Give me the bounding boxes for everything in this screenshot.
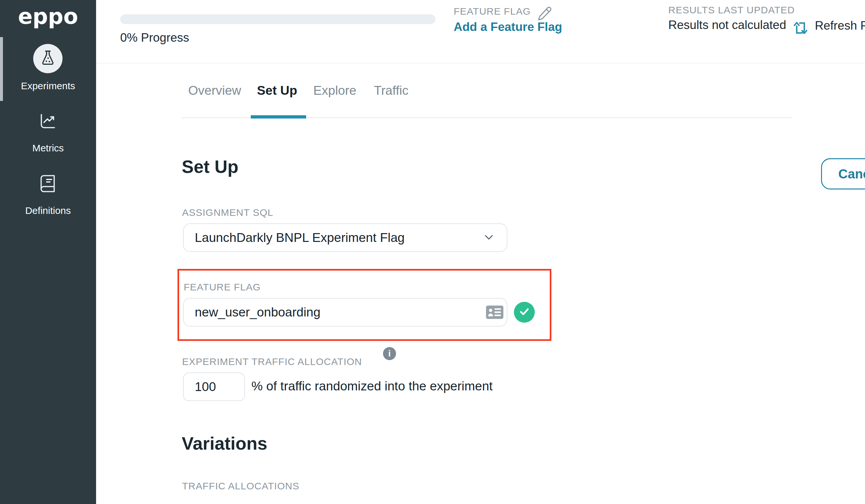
active-tab-underline (251, 115, 306, 118)
variations-section-title: Variations (182, 433, 267, 454)
refresh-cycle-icon[interactable] (792, 19, 810, 37)
results-status-text: Results not calculated (668, 18, 786, 32)
experiment-progress-bar (120, 14, 436, 24)
assignment-sql-select[interactable]: LaunchDarkly BNPL Experiment Flag (183, 223, 507, 252)
progress-label: 0% Progress (120, 31, 189, 45)
refresh-results-button[interactable]: Refresh Results (815, 19, 865, 33)
sidebar-item-metrics[interactable] (37, 112, 58, 132)
flask-icon (39, 49, 57, 68)
assignment-sql-value: LaunchDarkly BNPL Experiment Flag (195, 231, 405, 245)
results-last-updated-label: RESULTS LAST UPDATED (668, 4, 795, 16)
assignment-sql-label: ASSIGNMENT SQL (182, 207, 273, 218)
sidebar-item-experiments-label[interactable]: Experiments (0, 80, 96, 92)
feature-flag-input[interactable] (183, 298, 507, 327)
traffic-allocation-description: % of traffic randomized into the experim… (251, 379, 493, 393)
traffic-allocations-label: TRAFFIC ALLOCATIONS (182, 481, 299, 492)
tab-explore[interactable]: Explore (313, 83, 356, 98)
feature-flag-header-label: FEATURE FLAG (454, 6, 531, 17)
feature-flag-field-label: FEATURE FLAG (184, 282, 261, 293)
app-root: eppo Experiments Metrics (0, 0, 865, 504)
book-icon (38, 174, 58, 195)
traffic-allocation-label: EXPERIMENT TRAFFIC ALLOCATION (182, 356, 362, 367)
tab-traffic[interactable]: Traffic (374, 83, 408, 98)
feature-flag-highlight-box: FEATURE FLAG (177, 269, 551, 341)
sidebar-item-experiments[interactable] (33, 44, 62, 73)
info-icon[interactable]: i (383, 347, 396, 360)
line-chart-icon (37, 111, 58, 133)
traffic-allocation-input[interactable] (183, 373, 245, 401)
validation-success-badge (514, 302, 535, 323)
tab-overview[interactable]: Overview (188, 83, 241, 98)
sidebar-item-metrics-label[interactable]: Metrics (0, 143, 96, 154)
sidebar-item-definitions-label[interactable]: Definitions (0, 205, 96, 216)
add-feature-flag-link[interactable]: Add a Feature Flag (454, 20, 562, 34)
eppo-logo[interactable]: eppo (0, 4, 96, 29)
header-divider (96, 63, 865, 63)
sidebar: eppo Experiments Metrics (0, 0, 96, 504)
tab-set-up[interactable]: Set Up (257, 83, 297, 98)
sidebar-item-definitions[interactable] (37, 174, 58, 195)
chevron-down-icon (482, 230, 496, 245)
setup-section-title: Set Up (182, 156, 239, 177)
check-icon (518, 305, 531, 319)
id-card-icon[interactable] (485, 304, 504, 321)
cancel-button[interactable]: Cancel (821, 158, 865, 189)
